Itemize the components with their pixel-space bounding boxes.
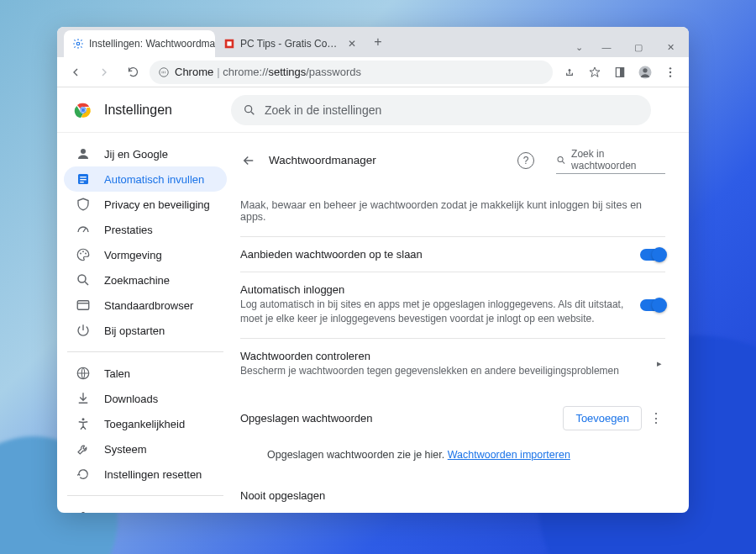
profile-icon[interactable] <box>633 61 657 84</box>
maximize-button[interactable]: ▢ <box>623 37 654 57</box>
settings-header: Instellingen Zoek in de instellingen <box>57 87 689 133</box>
sidebar-item-you-and-google[interactable]: Jij en Google <box>64 141 227 166</box>
menu-icon[interactable] <box>659 61 682 84</box>
omnibox-host: Chrome <box>175 66 213 78</box>
help-icon[interactable]: ? <box>517 152 534 169</box>
bookmark-icon[interactable] <box>583 61 606 84</box>
tab-settings[interactable]: Instellingen: Wachtwoordmanag ✕ <box>64 30 215 57</box>
svg-point-8 <box>669 67 671 69</box>
tab-title: Instellingen: Wachtwoordmanag <box>89 38 215 50</box>
close-icon[interactable]: ✕ <box>346 38 358 50</box>
site-icon <box>223 38 235 50</box>
svg-point-24 <box>78 275 86 282</box>
chevron-down-icon[interactable]: ⌄ <box>568 37 590 57</box>
toggle-offer-save[interactable] <box>640 249 665 261</box>
main-panel: Wachtwoordmanager ? Zoek in wachtwoorden… <box>234 133 689 513</box>
share-icon[interactable] <box>558 61 581 84</box>
shield-icon <box>76 197 91 212</box>
svg-point-15 <box>245 105 252 112</box>
svg-point-27 <box>82 418 85 420</box>
svg-rect-25 <box>77 301 89 310</box>
autofill-icon <box>76 171 91 187</box>
svg-rect-2 <box>227 41 231 45</box>
settings-title: Instellingen <box>104 103 172 118</box>
palette-icon <box>76 247 91 262</box>
svg-point-16 <box>81 149 86 154</box>
more-icon[interactable]: ⋮ <box>647 410 665 426</box>
divider <box>67 495 223 496</box>
chevron-right-icon: ▸ <box>654 358 665 369</box>
new-tab-button[interactable]: + <box>366 30 390 54</box>
add-password-button[interactable]: Toevoegen <box>563 406 642 430</box>
back-button[interactable] <box>64 61 87 84</box>
forward-button[interactable] <box>92 61 116 84</box>
row-auto-login: Automatisch inloggen Log automatisch in … <box>240 272 665 338</box>
sidebar-label: Toegankelijkheid <box>104 418 185 430</box>
sidebar-label: Downloads <box>104 393 158 405</box>
settings-sidebar: Jij en Google Automatisch invullen Priva… <box>57 133 234 513</box>
search-icon <box>76 272 91 288</box>
sidebar-item-appearance[interactable]: Vormgeving <box>64 242 227 267</box>
row-check-passwords[interactable]: Wachtwoorden controleren Bescherm je wac… <box>240 338 665 389</box>
sidebar-label: Jij en Google <box>104 148 168 161</box>
svg-point-10 <box>669 75 671 77</box>
close-button[interactable]: ✕ <box>655 37 685 57</box>
reset-icon <box>76 467 91 482</box>
divider <box>67 351 223 352</box>
section-title: Nooit opgeslagen <box>240 489 665 502</box>
sidebar-item-extensions[interactable]: Extensies <box>64 504 227 513</box>
pw-search-placeholder: Zoek in wachtwoorden <box>571 148 665 171</box>
sidebar-item-system[interactable]: Systeem <box>64 436 227 462</box>
sidebar-item-downloads[interactable]: Downloads <box>64 386 227 411</box>
import-passwords-link[interactable]: Wachtwoorden importeren <box>448 449 570 461</box>
reading-list-icon[interactable] <box>608 61 632 84</box>
accessibility-icon <box>76 416 91 431</box>
site-info-icon[interactable] <box>158 66 170 78</box>
sidebar-label: Zoekmachine <box>104 274 170 287</box>
sidebar-item-languages[interactable]: Talen <box>64 361 227 386</box>
speedometer-icon <box>76 222 91 237</box>
section-saved-passwords: Opgeslagen wachtwoorden Toevoegen ⋮ <box>240 389 665 435</box>
sidebar-item-accessibility[interactable]: Toegankelijkheid <box>64 411 227 436</box>
wrench-icon <box>76 441 91 456</box>
tab-title: PC Tips - Gratis Computer Tips. <box>240 38 341 50</box>
power-icon <box>76 323 91 338</box>
sidebar-item-default-browser[interactable]: Standaardbrowser <box>64 293 227 318</box>
row-description: Bescherm je wachtwoorden tegen gegevensl… <box>240 364 645 378</box>
sidebar-label: Prestaties <box>104 224 153 236</box>
reload-button[interactable] <box>121 61 144 84</box>
search-icon <box>556 155 566 166</box>
chrome-logo-icon <box>74 101 92 119</box>
sidebar-item-search-engine[interactable]: Zoekmachine <box>64 267 227 293</box>
sidebar-item-reset[interactable]: Instellingen resetten <box>64 462 227 487</box>
svg-point-0 <box>76 42 80 45</box>
row-title: Automatisch inloggen <box>240 283 632 296</box>
sidebar-label: Standaardbrowser <box>104 299 193 312</box>
never-empty-message: Hier zie je sites die nooit wachtwoorden… <box>240 507 665 513</box>
search-icon <box>243 103 256 117</box>
omnibox-path: | chrome://settings/passwords <box>217 66 361 78</box>
saved-empty-message: Opgeslagen wachtwoorden zie je hier. Wac… <box>240 435 665 467</box>
minimize-button[interactable]: — <box>591 37 622 57</box>
intro-text: Maak, bewaar en beheer je wachtwoorden z… <box>240 181 665 236</box>
sidebar-label: Privacy en beveiliging <box>104 198 210 211</box>
section-never-saved: Nooit opgeslagen <box>240 467 665 507</box>
chrome-window: Instellingen: Wachtwoordmanag ✕ PC Tips … <box>57 27 689 513</box>
toggle-auto-login[interactable] <box>640 299 665 311</box>
password-search[interactable]: Zoek in wachtwoorden <box>556 146 665 174</box>
sidebar-item-privacy[interactable]: Privacy en beveiliging <box>64 192 227 217</box>
sidebar-item-on-startup[interactable]: Bij opstarten <box>64 318 227 343</box>
sidebar-item-autofill[interactable]: Automatisch invullen <box>64 166 227 192</box>
sidebar-item-performance[interactable]: Prestaties <box>64 217 227 242</box>
section-title: Opgeslagen wachtwoorden <box>240 412 563 425</box>
settings-search[interactable]: Zoek in de instellingen <box>231 95 651 125</box>
external-link-icon <box>156 512 167 514</box>
address-bar[interactable]: Chrome | chrome://settings/passwords <box>150 61 553 84</box>
sidebar-label: Automatisch invullen <box>104 173 204 186</box>
row-title: Wachtwoorden controleren <box>240 350 645 362</box>
extension-icon <box>76 509 91 513</box>
tab-pctips[interactable]: PC Tips - Gratis Computer Tips. ✕ <box>215 30 366 57</box>
titlebar: Instellingen: Wachtwoordmanag ✕ PC Tips … <box>57 27 689 57</box>
back-arrow-button[interactable] <box>240 152 257 169</box>
svg-rect-18 <box>80 177 87 177</box>
